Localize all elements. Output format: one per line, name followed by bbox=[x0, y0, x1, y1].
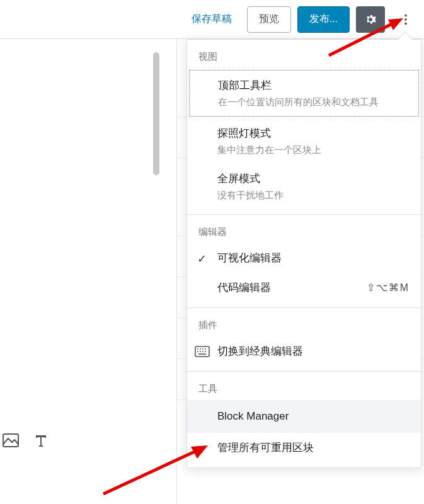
menu-item-title: 顶部工具栏 bbox=[218, 78, 379, 93]
menu-item-visual-editor[interactable]: ✓ 可视化编辑器 bbox=[187, 243, 421, 273]
menu-item-title: 切换到经典编辑器 bbox=[217, 344, 303, 358]
menu-item-spotlight[interactable]: 探照灯模式 集中注意力在一个区块上 bbox=[187, 118, 421, 164]
menu-item-title: 全屏模式 bbox=[217, 171, 284, 186]
scrollbar-thumb[interactable] bbox=[153, 52, 159, 175]
save-draft-link[interactable]: 保存草稿 bbox=[183, 7, 241, 32]
svg-point-2 bbox=[404, 22, 407, 25]
image-block-icon[interactable] bbox=[1, 431, 20, 450]
menu-item-manage-reusable[interactable]: 管理所有可重用区块 bbox=[187, 433, 421, 462]
menu-item-desc: 在一个位置访问所有的区块和文档工具 bbox=[218, 96, 379, 108]
svg-point-1 bbox=[404, 18, 407, 21]
menu-item-title: 探照灯模式 bbox=[217, 126, 321, 140]
menu-item-desc: 没有干扰地工作 bbox=[217, 190, 284, 202]
menu-section-view: 视图 顶部工具栏 在一个位置访问所有的区块和文档工具 探照灯模式 集中注意力在一… bbox=[187, 40, 421, 214]
menu-section-tools: 工具 Block Manager 管理所有可重用区块 bbox=[187, 371, 421, 467]
svg-point-0 bbox=[404, 14, 407, 16]
section-label-plugins: 插件 bbox=[187, 308, 421, 336]
menu-item-block-manager[interactable]: Block Manager bbox=[187, 400, 421, 433]
gear-icon bbox=[363, 12, 378, 27]
menu-item-top-toolbar[interactable]: 顶部工具栏 在一个位置访问所有的区块和文档工具 bbox=[189, 70, 419, 117]
publish-button[interactable]: 发布... bbox=[297, 6, 350, 33]
section-label-view: 视图 bbox=[187, 40, 421, 68]
menu-item-title: 管理所有可重用区块 bbox=[217, 440, 314, 455]
more-options-menu: 视图 顶部工具栏 在一个位置访问所有的区块和文档工具 探照灯模式 集中注意力在一… bbox=[186, 39, 421, 468]
more-menu-button[interactable] bbox=[391, 6, 420, 33]
more-vertical-icon bbox=[399, 13, 413, 26]
section-label-tools: 工具 bbox=[187, 372, 421, 400]
editor-toolbar: 保存草稿 预览 发布... bbox=[0, 0, 424, 39]
block-inserter-icons bbox=[0, 431, 50, 450]
menu-item-title: 可视化编辑器 bbox=[217, 251, 282, 265]
text-block-icon[interactable] bbox=[32, 431, 50, 450]
menu-item-fullscreen[interactable]: 全屏模式 没有干扰地工作 bbox=[187, 164, 421, 209]
check-icon: ✓ bbox=[197, 252, 207, 266]
menu-item-title: Block Manager bbox=[217, 410, 289, 423]
menu-item-desc: 集中注意力在一个区块上 bbox=[217, 144, 321, 156]
preview-button[interactable]: 预览 bbox=[247, 6, 291, 33]
menu-section-editor: 编辑器 ✓ 可视化编辑器 代码编辑器 ⇧⌥⌘M bbox=[187, 214, 421, 307]
keyboard-icon bbox=[195, 346, 210, 357]
settings-button[interactable] bbox=[356, 6, 385, 33]
keyboard-shortcut: ⇧⌥⌘M bbox=[367, 282, 410, 294]
section-label-editor: 编辑器 bbox=[187, 215, 421, 243]
menu-item-code-editor[interactable]: 代码编辑器 ⇧⌥⌘M bbox=[187, 273, 421, 302]
menu-item-title: 代码编辑器 bbox=[217, 280, 271, 295]
menu-item-classic-editor[interactable]: 切换到经典编辑器 bbox=[187, 336, 421, 366]
menu-section-plugins: 插件 切换到经典编辑器 bbox=[187, 307, 421, 371]
